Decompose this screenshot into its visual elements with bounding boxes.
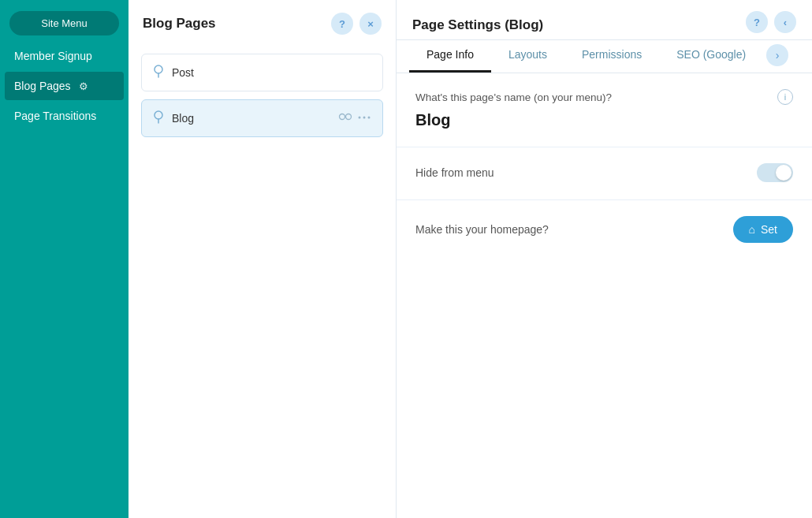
homepage-label: Make this your homepage? <box>415 223 549 236</box>
svg-point-0 <box>155 65 162 73</box>
page-icon-post <box>153 64 164 81</box>
hide-from-menu-label: Hide from menu <box>415 166 494 179</box>
left-panel-actions: ? × <box>331 13 382 35</box>
svg-point-6 <box>359 116 361 118</box>
page-name-section: What's this page's name (on your menu)? … <box>397 73 812 147</box>
home-icon: ⌂ <box>749 223 755 236</box>
left-panel-help-button[interactable]: ? <box>331 13 353 35</box>
set-homepage-button[interactable]: ⌂ Set <box>733 216 793 243</box>
page-label-blog: Blog <box>172 112 330 125</box>
sidebar-item-page-transitions[interactable]: Page Transitions <box>0 100 129 132</box>
tab-seo-google[interactable]: SEO (Google) <box>659 40 763 73</box>
sidebar-item-label: Member Signup <box>14 50 92 62</box>
page-item-post[interactable]: Post <box>141 54 383 91</box>
right-panel-back-button[interactable]: ‹ <box>774 11 796 33</box>
page-name-info-icon[interactable]: i <box>777 89 793 105</box>
tabs-row: Page Info Layouts Permissions SEO (Googl… <box>409 40 763 73</box>
hide-from-menu-section: Hide from menu <box>397 147 812 200</box>
sidebar-item-site-menu[interactable]: Site Menu <box>9 11 119 35</box>
right-panel-title: Page Settings (Blog) <box>412 17 543 33</box>
homepage-row: Make this your homepage? ⌂ Set <box>415 216 793 243</box>
svg-point-4 <box>340 114 345 120</box>
tab-permissions[interactable]: Permissions <box>564 40 659 73</box>
sidebar-item-label: Site Menu <box>41 17 88 29</box>
set-homepage-btn-label: Set <box>761 223 777 236</box>
hide-from-menu-row: Hide from menu <box>415 163 793 182</box>
page-blog-actions <box>338 112 371 125</box>
page-name-value: Blog <box>415 111 793 129</box>
page-name-label: What's this page's name (on your menu)? … <box>415 89 793 105</box>
main-area: Blog Pages ? × Post Blog <box>129 0 812 518</box>
homepage-section: Make this your homepage? ⌂ Set <box>397 200 812 260</box>
gear-icon: ⚙ <box>79 80 88 92</box>
tab-layouts[interactable]: Layouts <box>491 40 564 73</box>
sidebar-item-member-signup[interactable]: Member Signup <box>0 40 129 72</box>
left-panel-header: Blog Pages ? × <box>141 13 383 35</box>
more-icon[interactable] <box>357 112 371 125</box>
right-panel-header: Page Settings (Blog) ? ‹ <box>397 0 812 40</box>
right-panel-title-row: Page Settings (Blog) <box>412 17 543 33</box>
sidebar-item-label: Blog Pages <box>14 80 71 92</box>
page-item-blog[interactable]: Blog <box>141 99 383 137</box>
svg-point-5 <box>346 114 352 120</box>
left-panel-close-button[interactable]: × <box>359 13 382 35</box>
sidebar: Site Menu Member Signup Blog Pages ⚙ Pag… <box>0 0 129 518</box>
right-panel-content: What's this page's name (on your menu)? … <box>397 73 812 518</box>
tab-page-info[interactable]: Page Info <box>409 40 491 73</box>
svg-point-2 <box>155 111 162 119</box>
svg-point-7 <box>363 116 366 118</box>
right-panel-help-button[interactable]: ? <box>746 11 768 33</box>
tab-next-button[interactable]: › <box>766 44 788 66</box>
hide-from-menu-toggle[interactable] <box>757 163 793 182</box>
sidebar-item-label: Page Transitions <box>14 110 96 122</box>
right-panel: Page Settings (Blog) ? ‹ Page Info Layou… <box>397 0 812 518</box>
svg-point-8 <box>368 116 371 118</box>
sidebar-item-blog-pages[interactable]: Blog Pages ⚙ <box>5 72 124 100</box>
contributors-icon[interactable] <box>338 112 352 125</box>
page-label-post: Post <box>172 66 371 79</box>
left-panel-title: Blog Pages <box>143 16 216 32</box>
toggle-knob <box>776 165 792 181</box>
page-icon-blog <box>153 110 164 127</box>
left-panel: Blog Pages ? × Post Blog <box>129 0 397 518</box>
